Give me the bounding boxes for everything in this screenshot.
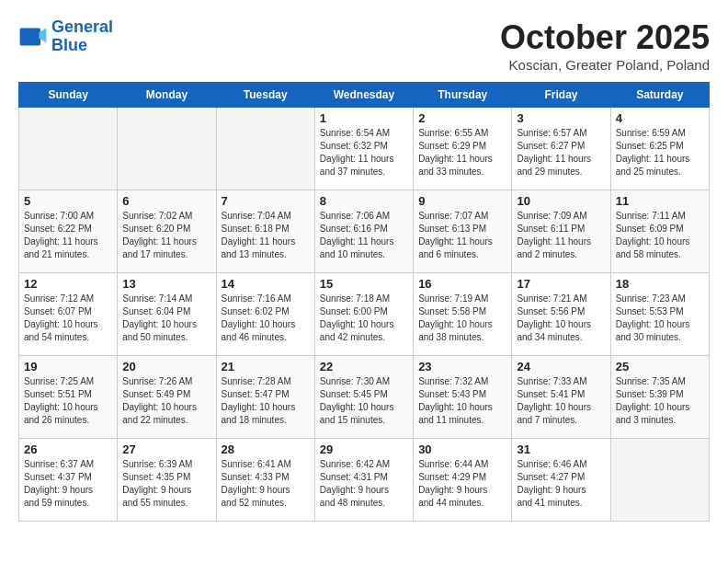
day-number: 24 [517,360,605,373]
day-number: 30 [418,442,506,456]
calendar-week-3: 12Sunrise: 7:12 AM Sunset: 6:07 PM Dayli… [19,273,710,356]
calendar-cell: 16Sunrise: 7:19 AM Sunset: 5:58 PM Dayli… [414,273,512,356]
day-info: Sunrise: 6:41 AM Sunset: 4:33 PM Dayligh… [222,458,310,510]
calendar-cell: 5Sunrise: 7:00 AM Sunset: 6:22 PM Daylig… [19,190,118,273]
day-number: 23 [418,360,506,373]
day-info: Sunrise: 7:18 AM Sunset: 6:00 PM Dayligh… [320,293,408,344]
col-header-saturday: Saturday [610,83,709,108]
calendar-cell: 22Sunrise: 7:30 AM Sunset: 5:45 PM Dayli… [314,356,413,439]
col-header-friday: Friday [512,83,610,108]
day-info: Sunrise: 6:59 AM Sunset: 6:25 PM Dayligh… [616,127,704,178]
day-info: Sunrise: 7:33 AM Sunset: 5:41 PM Dayligh… [517,375,605,427]
day-info: Sunrise: 6:46 AM Sunset: 4:27 PM Dayligh… [517,458,605,510]
day-info: Sunrise: 7:26 AM Sunset: 5:49 PM Dayligh… [122,375,210,427]
day-info: Sunrise: 6:37 AM Sunset: 4:37 PM Dayligh… [24,458,112,510]
day-number: 31 [517,442,605,456]
month-title: October 2025 [500,18,710,57]
day-info: Sunrise: 6:55 AM Sunset: 6:29 PM Dayligh… [418,127,506,178]
day-number: 28 [222,442,310,456]
col-header-thursday: Thursday [414,83,512,108]
day-info: Sunrise: 7:09 AM Sunset: 6:11 PM Dayligh… [517,210,605,261]
day-number: 27 [122,442,210,456]
calendar-body: 1Sunrise: 6:54 AM Sunset: 6:32 PM Daylig… [19,108,710,522]
day-number: 14 [222,277,310,291]
day-number: 9 [418,194,506,208]
day-number: 15 [320,277,408,291]
day-info: Sunrise: 7:19 AM Sunset: 5:58 PM Dayligh… [418,293,506,344]
day-info: Sunrise: 7:23 AM Sunset: 5:53 PM Dayligh… [616,293,704,344]
day-number: 2 [418,111,506,125]
day-number: 4 [616,111,704,125]
logo-text: General Blue [51,18,113,55]
calendar-cell: 18Sunrise: 7:23 AM Sunset: 5:53 PM Dayli… [610,273,709,356]
day-number: 26 [24,442,112,456]
logo-icon [18,22,48,52]
day-number: 7 [222,194,310,208]
day-number: 17 [517,277,605,291]
day-info: Sunrise: 7:11 AM Sunset: 6:09 PM Dayligh… [616,210,704,261]
calendar-cell: 24Sunrise: 7:33 AM Sunset: 5:41 PM Dayli… [512,356,610,439]
calendar-cell: 23Sunrise: 7:32 AM Sunset: 5:43 PM Dayli… [414,356,512,439]
day-info: Sunrise: 6:44 AM Sunset: 4:29 PM Dayligh… [418,458,506,510]
calendar-cell: 26Sunrise: 6:37 AM Sunset: 4:37 PM Dayli… [19,439,118,522]
calendar-table: SundayMondayTuesdayWednesdayThursdayFrid… [18,82,710,522]
day-info: Sunrise: 7:06 AM Sunset: 6:16 PM Dayligh… [320,210,408,261]
calendar-cell: 30Sunrise: 6:44 AM Sunset: 4:29 PM Dayli… [414,439,512,522]
calendar-cell: 10Sunrise: 7:09 AM Sunset: 6:11 PM Dayli… [512,190,610,273]
day-info: Sunrise: 7:14 AM Sunset: 6:04 PM Dayligh… [122,293,210,344]
calendar-cell: 21Sunrise: 7:28 AM Sunset: 5:47 PM Dayli… [216,356,314,439]
calendar-cell: 7Sunrise: 7:04 AM Sunset: 6:18 PM Daylig… [216,190,314,273]
calendar-cell: 13Sunrise: 7:14 AM Sunset: 6:04 PM Dayli… [118,273,216,356]
calendar-cell: 15Sunrise: 7:18 AM Sunset: 6:00 PM Dayli… [314,273,413,356]
calendar-cell: 8Sunrise: 7:06 AM Sunset: 6:16 PM Daylig… [314,190,413,273]
day-number: 16 [418,277,506,291]
calendar-cell: 28Sunrise: 6:41 AM Sunset: 4:33 PM Dayli… [216,439,314,522]
day-number: 12 [24,277,112,291]
calendar-cell [610,439,709,522]
svg-rect-0 [20,28,40,45]
logo-line1: General [51,17,113,36]
calendar-cell [118,108,216,190]
col-header-wednesday: Wednesday [314,83,413,108]
day-info: Sunrise: 7:28 AM Sunset: 5:47 PM Dayligh… [222,375,310,427]
calendar-header-row: SundayMondayTuesdayWednesdayThursdayFrid… [19,83,710,108]
day-number: 20 [122,360,210,373]
calendar-cell: 31Sunrise: 6:46 AM Sunset: 4:27 PM Dayli… [512,439,610,522]
day-info: Sunrise: 6:57 AM Sunset: 6:27 PM Dayligh… [517,127,605,178]
calendar-cell: 1Sunrise: 6:54 AM Sunset: 6:32 PM Daylig… [314,108,413,190]
calendar-cell: 14Sunrise: 7:16 AM Sunset: 6:02 PM Dayli… [216,273,314,356]
col-header-sunday: Sunday [19,83,118,108]
day-info: Sunrise: 7:04 AM Sunset: 6:18 PM Dayligh… [222,210,310,261]
logo-line2: Blue [51,36,87,54]
day-number: 3 [517,111,605,125]
day-info: Sunrise: 6:39 AM Sunset: 4:35 PM Dayligh… [122,458,210,510]
location-subtitle: Koscian, Greater Poland, Poland [500,57,710,73]
day-number: 1 [320,111,408,125]
day-number: 29 [320,442,408,456]
calendar-week-5: 26Sunrise: 6:37 AM Sunset: 4:37 PM Dayli… [19,439,710,522]
calendar-cell: 25Sunrise: 7:35 AM Sunset: 5:39 PM Dayli… [610,356,709,439]
page-header: General Blue October 2025 Koscian, Great… [18,18,710,73]
day-info: Sunrise: 7:16 AM Sunset: 6:02 PM Dayligh… [222,293,310,344]
day-number: 18 [616,277,704,291]
calendar-week-1: 1Sunrise: 6:54 AM Sunset: 6:32 PM Daylig… [19,108,710,190]
calendar-cell: 17Sunrise: 7:21 AM Sunset: 5:56 PM Dayli… [512,273,610,356]
calendar-cell: 19Sunrise: 7:25 AM Sunset: 5:51 PM Dayli… [19,356,118,439]
day-number: 13 [122,277,210,291]
day-number: 8 [320,194,408,208]
day-number: 6 [122,194,210,208]
day-info: Sunrise: 7:12 AM Sunset: 6:07 PM Dayligh… [24,293,112,344]
day-info: Sunrise: 7:21 AM Sunset: 5:56 PM Dayligh… [517,293,605,344]
calendar-cell: 12Sunrise: 7:12 AM Sunset: 6:07 PM Dayli… [19,273,118,356]
title-block: October 2025 Koscian, Greater Poland, Po… [500,18,710,73]
logo: General Blue [18,18,113,55]
day-info: Sunrise: 7:35 AM Sunset: 5:39 PM Dayligh… [616,375,704,427]
day-number: 22 [320,360,408,373]
calendar-cell: 20Sunrise: 7:26 AM Sunset: 5:49 PM Dayli… [118,356,216,439]
day-info: Sunrise: 7:32 AM Sunset: 5:43 PM Dayligh… [418,375,506,427]
day-info: Sunrise: 7:30 AM Sunset: 5:45 PM Dayligh… [320,375,408,427]
day-number: 19 [24,360,112,373]
calendar-cell: 11Sunrise: 7:11 AM Sunset: 6:09 PM Dayli… [610,190,709,273]
day-info: Sunrise: 7:02 AM Sunset: 6:20 PM Dayligh… [122,210,210,261]
day-number: 25 [616,360,704,373]
